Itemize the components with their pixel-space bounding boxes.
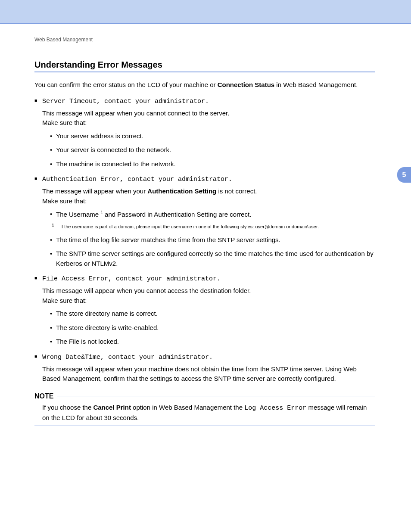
error-desc: This message will appear when you cannot… (42, 286, 375, 305)
note-header-line (57, 396, 375, 397)
chapter-number: 5 (402, 171, 406, 179)
note-section: NOTE If you choose the Cancel Print opti… (34, 392, 375, 426)
error-list: Server Timeout, contact your administrat… (34, 97, 375, 384)
error-desc-line2: Make sure that: (42, 297, 87, 304)
note-label: NOTE (34, 392, 53, 400)
note-text-mid: option in Web Based Management the (131, 404, 244, 411)
footnote-number: 1 (52, 223, 54, 228)
check-item: Your server address is correct. (50, 131, 375, 141)
error-title: Server Timeout, contact your administrat… (42, 98, 209, 105)
error-item-wrong-datetime: Wrong Date&Time, contact your administra… (34, 353, 375, 384)
note-text-before: If you choose the (42, 404, 93, 411)
check-item: The machine is connected to the network. (50, 159, 375, 169)
intro-paragraph: You can confirm the error status on the … (34, 80, 375, 90)
checklist: The Username 1 and Password in Authentic… (42, 209, 375, 220)
chapter-tab: 5 (397, 167, 411, 183)
checklist-continued: The time of the log file server matches … (42, 235, 375, 269)
check-item: The File is not locked. (50, 337, 375, 347)
check-item: Your server is connected to the network. (50, 145, 375, 155)
error-desc-line1: This message will appear when you cannot… (42, 109, 229, 117)
item-before: The Username (56, 211, 100, 218)
intro-text-before: You can confirm the error status on the … (34, 81, 218, 88)
error-desc-line2: Make sure that: (42, 197, 87, 205)
check-item: The store directory is write-enabled. (50, 323, 375, 333)
error-item-auth-error: Authentication Error, contact your admin… (34, 175, 375, 268)
footnote-text: If the username is part of a domain, ple… (60, 224, 319, 229)
checklist: Your server address is correct. Your ser… (42, 131, 375, 169)
error-title: Wrong Date&Time, contact your administra… (42, 354, 213, 361)
note-header: NOTE (34, 392, 375, 400)
note-mono: Log Access Error (244, 404, 306, 412)
check-item: The store directory name is correct. (50, 309, 375, 319)
note-body: If you choose the Cancel Print option in… (34, 403, 375, 426)
item-after: and Password in Authentication Setting a… (103, 211, 251, 218)
note-bold: Cancel Print (93, 404, 131, 411)
document-top-bar (0, 0, 411, 24)
error-desc: This message will appear when you cannot… (42, 109, 375, 128)
error-item-file-access: File Access Error, contact your administ… (34, 274, 375, 347)
footnote: 1 If the username is part of a domain, p… (42, 224, 375, 229)
intro-bold: Connection Status (218, 81, 275, 88)
check-item: The time of the log file server matches … (50, 235, 375, 245)
error-desc: The message will appear when your Authen… (42, 187, 375, 206)
error-item-server-timeout: Server Timeout, contact your administrat… (34, 97, 375, 169)
error-desc-line2: Make sure that: (42, 119, 87, 126)
check-item: The Username 1 and Password in Authentic… (50, 209, 375, 220)
desc-before: The message will appear when your (42, 187, 147, 195)
error-desc: This message will appear when your machi… (42, 364, 375, 384)
heading-underline (34, 72, 375, 72)
error-title: Authentication Error, contact your admin… (42, 176, 232, 183)
desc-after: is not correct. (216, 187, 257, 195)
check-item: The SNTP time server settings are config… (50, 249, 375, 268)
error-desc-line1: This message will appear when you cannot… (42, 287, 251, 294)
checklist: The store directory name is correct. The… (42, 309, 375, 347)
desc-bold: Authentication Setting (147, 187, 216, 195)
breadcrumb: Web Based Management (34, 37, 375, 43)
page-heading: Understanding Error Messages (34, 60, 375, 70)
error-title: File Access Error, contact your administ… (42, 275, 221, 283)
page-content: Web Based Management Understanding Error… (0, 24, 392, 439)
intro-text-after: in Web Based Management. (274, 81, 358, 88)
